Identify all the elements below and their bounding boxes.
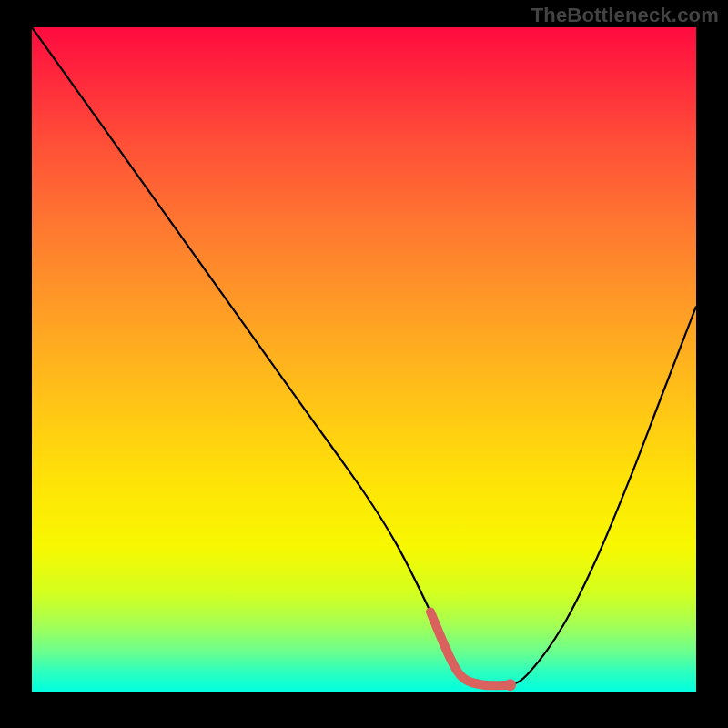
bottleneck-curve-line bbox=[32, 27, 696, 686]
highlight-end-dot bbox=[504, 679, 516, 691]
highlight-segment bbox=[430, 612, 511, 685]
watermark-text: TheBottleneck.com bbox=[531, 4, 719, 27]
chart-frame bbox=[32, 27, 696, 692]
chart-svg bbox=[32, 27, 696, 692]
